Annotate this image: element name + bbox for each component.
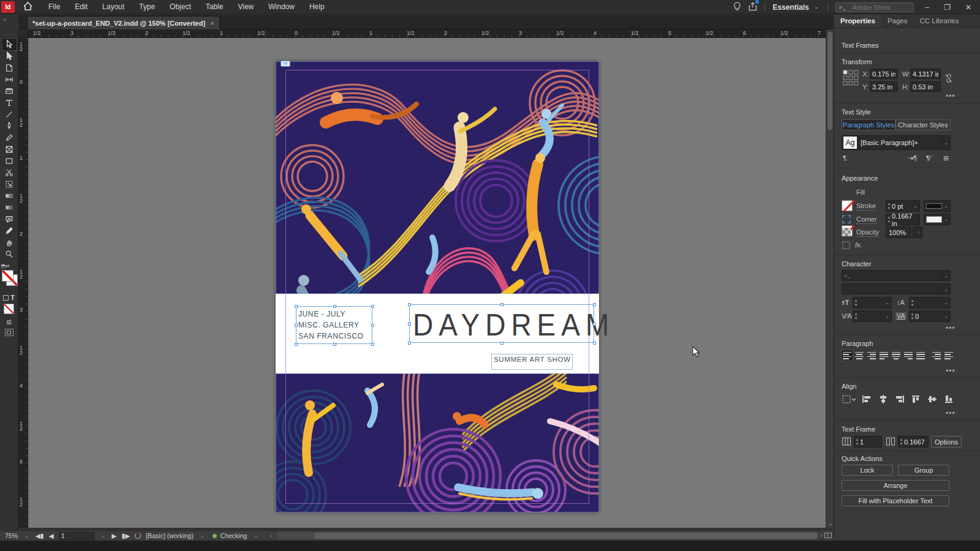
workspace-switcher[interactable]: Essentials⌄ — [772, 3, 820, 12]
selection-handle[interactable] — [593, 303, 596, 306]
gutter-control[interactable]: ▲▼ 0.1667 — [898, 436, 929, 448]
corner-label[interactable]: Corner — [856, 216, 877, 224]
corner-stepper[interactable]: ▲▼ — [886, 216, 892, 224]
paragraph-align-away-from-spine-button[interactable] — [943, 350, 954, 361]
paragraph-align-right-button[interactable] — [866, 350, 877, 361]
menu-layout[interactable]: Layout — [95, 2, 132, 11]
apply-none-swatch[interactable] — [4, 304, 14, 314]
pencil-tool[interactable] — [2, 132, 17, 143]
selection-handle[interactable] — [371, 324, 374, 327]
align-center-v-button[interactable] — [927, 394, 940, 404]
opacity-expand-button[interactable]: ⌄ — [913, 227, 922, 238]
selection-handle[interactable] — [408, 342, 411, 345]
vertical-scrollbar-thumb[interactable] — [827, 32, 832, 130]
clear-overrides-icon[interactable]: ¶⁄ — [926, 154, 931, 162]
stroke-style-chevron-icon[interactable]: ⌄ — [942, 203, 950, 209]
panel-expand-icon[interactable]: » — [3, 17, 6, 23]
align-left-button[interactable] — [861, 394, 873, 404]
paragraph-styles-tab[interactable]: Paragraph Styles — [842, 119, 895, 130]
screen-mode-icon[interactable] — [5, 329, 13, 336]
corner-size-control[interactable]: ▲▼ 0.1667 in — [886, 214, 920, 225]
paragraph-align-toward-spine-button[interactable] — [931, 350, 942, 361]
selection-handle[interactable] — [371, 305, 374, 308]
transform-more-options[interactable]: ••• — [946, 92, 956, 100]
paragraph-align-left-button[interactable] — [842, 350, 853, 361]
menu-view[interactable]: View — [230, 2, 261, 11]
corner-shape-control[interactable]: ⌄ — [924, 214, 951, 225]
preset-chevron-icon[interactable]: ⌄ — [198, 533, 206, 539]
corner-shape-chevron-icon[interactable]: ⌄ — [942, 217, 950, 222]
next-page-button[interactable]: ▶ — [111, 532, 116, 539]
menu-table[interactable]: Table — [198, 2, 231, 11]
fill-placeholder-button[interactable]: Fill with Placeholder Text — [842, 495, 949, 506]
character-more-options[interactable]: ••• — [946, 324, 956, 332]
rectangle-tool[interactable] — [2, 155, 17, 167]
paragraph-justify-center-button[interactable] — [891, 350, 902, 361]
h-field[interactable] — [910, 81, 941, 92]
address-text-frame[interactable]: JUNE - JULY MISC. GALLERY SAN FRANCISCO — [296, 306, 372, 344]
selection-handle[interactable] — [593, 342, 596, 345]
align-to-selector[interactable] — [842, 394, 858, 404]
paragraph-justify-all-button[interactable] — [915, 350, 926, 361]
selection-handle[interactable] — [593, 323, 596, 326]
selection-handle[interactable] — [295, 305, 298, 308]
document-tab[interactable]: *set-up-a-postcard_END_V2.indd @ 150% [C… — [27, 16, 220, 29]
font-style-dropdown[interactable]: ⌄ — [842, 283, 951, 294]
new-style-icon[interactable]: ⊞ — [943, 154, 949, 162]
share-icon[interactable] — [748, 2, 757, 13]
menu-edit[interactable]: Edit — [67, 2, 95, 11]
align-more-options[interactable]: ••• — [946, 409, 956, 418]
zoom-chevron-icon[interactable]: ⌄ — [23, 533, 31, 539]
first-page-button[interactable]: ◀▮ — [36, 532, 44, 539]
y-field[interactable] — [870, 81, 898, 92]
kerning-control[interactable]: ▲▼⌄ — [853, 310, 892, 322]
tab-properties[interactable]: Properties — [834, 15, 881, 28]
opacity-control[interactable]: 100% — [886, 227, 911, 238]
fill-swatch[interactable] — [2, 270, 13, 282]
document-page[interactable]: ∞ JUNE - JULY MISC. GALLERY SAN FRANCISC… — [276, 61, 599, 512]
selection-handle[interactable] — [295, 324, 298, 327]
swap-swatch-icon[interactable]: ⬒⇄ — [1, 263, 10, 269]
menu-help[interactable]: Help — [302, 2, 332, 11]
leading-control[interactable]: ▲▼⌄ — [909, 297, 951, 309]
stroke-weight-control[interactable]: ▲▼ 0 pt ⌄ — [886, 200, 920, 212]
align-center-h-button[interactable] — [878, 394, 890, 404]
vertical-scrollbar[interactable]: ⌄ — [826, 29, 834, 528]
reference-point-grid[interactable] — [843, 70, 859, 86]
selection-handle[interactable] — [408, 303, 411, 306]
corner-options-icon[interactable] — [842, 214, 851, 224]
stock-search-input[interactable] — [835, 2, 914, 12]
menu-file[interactable]: File — [41, 2, 67, 11]
font-style-chevron-icon[interactable]: ⌄ — [941, 284, 950, 294]
formatting-affects-container-icon[interactable] — [3, 295, 9, 301]
font-family-dropdown[interactable]: ⌕⌄ ⌄ — [842, 270, 951, 281]
page-tool[interactable] — [2, 62, 17, 73]
free-transform-tool[interactable] — [2, 178, 17, 190]
style-dropdown-chevron-icon[interactable]: ⌄ — [941, 136, 950, 149]
type-tool[interactable] — [2, 97, 17, 108]
close-button[interactable]: ✕ — [962, 3, 975, 12]
align-bottom-button[interactable] — [944, 394, 956, 404]
home-icon[interactable] — [23, 2, 32, 12]
redefine-style-icon[interactable]: ⇥¶ — [908, 154, 917, 162]
selection-handle[interactable] — [371, 343, 374, 346]
scroll-left-arrow-icon[interactable]: ⌄ — [270, 532, 275, 540]
prev-page-button[interactable]: ◀ — [49, 532, 54, 539]
artwork-bottom-image[interactable] — [276, 373, 599, 512]
tracking-control[interactable]: ▲▼ 0 ⌄ — [909, 310, 951, 322]
horizontal-ruler[interactable]: 1/231/221/211/201/211/221/231/241/251/26… — [18, 29, 826, 38]
paragraph-justify-left-button[interactable] — [878, 350, 889, 361]
x-field[interactable] — [870, 69, 898, 79]
selection-handle[interactable] — [333, 343, 336, 346]
paragraph-align-center-button[interactable] — [854, 350, 865, 361]
selection-handle[interactable] — [408, 323, 411, 326]
group-button[interactable]: Group — [898, 465, 949, 476]
horizontal-scrollbar[interactable] — [277, 532, 818, 539]
horizontal-scrollbar-thumb[interactable] — [315, 533, 817, 539]
align-right-button[interactable] — [894, 394, 907, 404]
fx-label[interactable]: fx. — [855, 241, 862, 249]
align-top-button[interactable] — [911, 394, 923, 404]
fill-color-swatch[interactable] — [842, 200, 853, 211]
stroke-style-control[interactable]: ⌄ — [924, 200, 951, 212]
opacity-label[interactable]: Opacity — [856, 228, 879, 237]
